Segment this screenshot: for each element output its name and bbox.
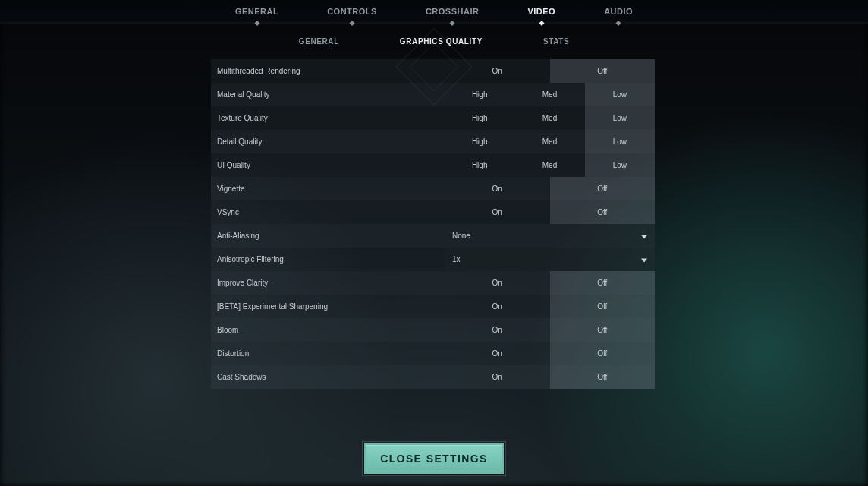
close-bar: CLOSE SETTINGS <box>0 431 868 486</box>
setting-options: OnOff <box>445 342 655 365</box>
option-on[interactable]: On <box>445 200 550 224</box>
setting-row: [BETA] Experimental SharpeningOnOff <box>211 295 655 318</box>
setting-options: HighMedLow <box>445 106 655 130</box>
setting-row: Anisotropic Filtering1x <box>211 248 655 271</box>
option-off[interactable]: Off <box>550 318 656 342</box>
setting-options: HighMedLow <box>445 130 655 153</box>
top-tab-crosshair[interactable]: CROSSHAIR <box>426 7 480 16</box>
option-low[interactable]: Low <box>585 106 655 130</box>
option-low[interactable]: Low <box>585 153 655 177</box>
setting-options: OnOff <box>445 59 655 83</box>
setting-label: UI Quality <box>211 153 445 177</box>
sub-tab-stats[interactable]: STATS <box>543 37 569 46</box>
option-on[interactable]: On <box>445 318 550 342</box>
setting-row: BloomOnOff <box>211 318 655 342</box>
setting-options: OnOff <box>445 200 655 224</box>
option-high[interactable]: High <box>445 83 514 106</box>
settings-panel: Multithreaded RenderingOnOffMaterial Qua… <box>211 59 655 389</box>
setting-options: OnOff <box>445 295 655 318</box>
option-low[interactable]: Low <box>585 130 655 153</box>
setting-label: Detail Quality <box>211 130 445 153</box>
top-tab-controls[interactable]: CONTROLS <box>327 7 377 16</box>
setting-label: VSync <box>211 200 445 224</box>
setting-options: HighMedLow <box>445 83 655 106</box>
option-on[interactable]: On <box>445 271 550 295</box>
option-off[interactable]: Off <box>550 177 656 200</box>
option-high[interactable]: High <box>445 153 514 177</box>
option-med[interactable]: Med <box>514 83 584 106</box>
setting-label: Bloom <box>211 318 445 342</box>
close-settings-button[interactable]: CLOSE SETTINGS <box>364 443 504 474</box>
option-med[interactable]: Med <box>514 106 584 130</box>
chevron-down-icon <box>641 258 647 262</box>
setting-row: Texture QualityHighMedLow <box>211 106 655 130</box>
option-off[interactable]: Off <box>550 271 656 295</box>
option-off[interactable]: Off <box>550 295 656 318</box>
top-tab-audio[interactable]: AUDIO <box>604 7 633 16</box>
option-off[interactable]: Off <box>550 342 656 365</box>
sub-nav: GENERALGRAPHICS QUALITYSTATS <box>0 32 868 50</box>
sub-tab-graphics-quality[interactable]: GRAPHICS QUALITY <box>400 37 483 46</box>
setting-label: Vignette <box>211 177 445 200</box>
setting-options: OnOff <box>445 271 655 295</box>
option-on[interactable]: On <box>445 295 550 318</box>
setting-options: OnOff <box>445 177 655 200</box>
setting-label: Anisotropic Filtering <box>211 248 445 271</box>
top-nav: GENERALCONTROLSCROSSHAIRVIDEOAUDIO <box>0 0 868 23</box>
setting-row: UI QualityHighMedLow <box>211 153 655 177</box>
sub-tab-general[interactable]: GENERAL <box>299 37 339 46</box>
option-on[interactable]: On <box>445 342 550 365</box>
setting-label: Cast Shadows <box>211 365 445 389</box>
setting-label: [BETA] Experimental Sharpening <box>211 295 445 318</box>
option-on[interactable]: On <box>445 177 550 200</box>
setting-label: Distortion <box>211 342 445 365</box>
option-off[interactable]: Off <box>550 59 656 83</box>
setting-dropdown[interactable]: 1x <box>445 248 655 271</box>
option-on[interactable]: On <box>445 365 550 389</box>
chevron-down-icon <box>641 235 647 238</box>
option-on[interactable]: On <box>445 59 550 83</box>
dropdown-value: 1x <box>452 255 461 264</box>
setting-options: OnOff <box>445 318 655 342</box>
top-tab-video[interactable]: VIDEO <box>527 7 555 16</box>
setting-row: Detail QualityHighMedLow <box>211 130 655 153</box>
option-high[interactable]: High <box>445 130 514 153</box>
option-med[interactable]: Med <box>514 130 584 153</box>
setting-label: Multithreaded Rendering <box>211 59 445 83</box>
option-low[interactable]: Low <box>585 83 655 106</box>
option-high[interactable]: High <box>445 106 514 130</box>
setting-row: VignetteOnOff <box>211 177 655 200</box>
option-off[interactable]: Off <box>550 200 656 224</box>
top-tab-general[interactable]: GENERAL <box>235 7 278 16</box>
dropdown-value: None <box>452 232 470 240</box>
option-med[interactable]: Med <box>514 153 584 177</box>
setting-label: Material Quality <box>211 83 445 106</box>
setting-row: Material QualityHighMedLow <box>211 83 655 106</box>
setting-row: Anti-AliasingNone <box>211 224 655 248</box>
setting-label: Texture Quality <box>211 106 445 130</box>
setting-row: Multithreaded RenderingOnOff <box>211 59 655 83</box>
setting-label: Improve Clarity <box>211 271 445 295</box>
setting-row: DistortionOnOff <box>211 342 655 365</box>
setting-label: Anti-Aliasing <box>211 224 445 248</box>
setting-row: VSyncOnOff <box>211 200 655 224</box>
setting-options: HighMedLow <box>445 153 655 177</box>
setting-row: Cast ShadowsOnOff <box>211 365 655 389</box>
setting-dropdown[interactable]: None <box>445 224 655 248</box>
setting-row: Improve ClarityOnOff <box>211 271 655 295</box>
setting-options: OnOff <box>445 365 655 389</box>
option-off[interactable]: Off <box>550 365 656 389</box>
